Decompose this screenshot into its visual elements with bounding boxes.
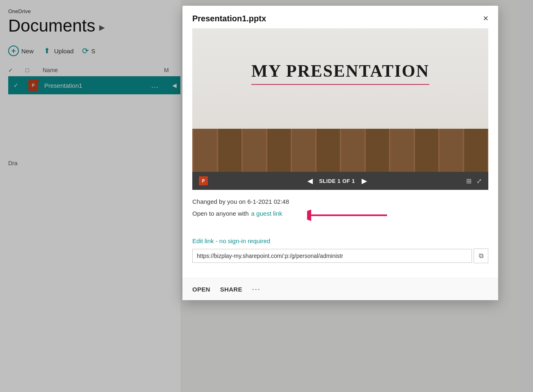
- url-row: ⧉: [192, 248, 488, 263]
- slide-toolbar-center: ◀ SLIDE 1 OF 1 ▶: [308, 177, 367, 185]
- modal-footer: OPEN SHARE ···: [182, 278, 498, 300]
- slide-title: MY PRESENTATION: [251, 61, 429, 85]
- modal-header: Presentation1.pptx ×: [182, 6, 498, 28]
- slide-toolbar-right: ⊞ ⤢: [466, 177, 482, 185]
- slide-preview: MY PRESENTATION: [192, 28, 488, 172]
- slide-preview-container: MY PRESENTATION P ◀ SLIDE 1 OF 1 ▶ ⊞ ⤢: [192, 28, 488, 190]
- slide-view-icon[interactable]: ⊞: [466, 177, 472, 185]
- arrow-container: [192, 219, 488, 236]
- slide-toolbar-left: P: [199, 176, 208, 185]
- copy-icon: ⧉: [479, 252, 483, 260]
- more-actions-button[interactable]: ···: [252, 285, 261, 294]
- next-slide-button[interactable]: ▶: [362, 177, 367, 185]
- modal-info: Changed by you on 6-1-2021 02:48 Open to…: [182, 190, 498, 278]
- arrow-annotation: [307, 207, 389, 223]
- open-button[interactable]: OPEN: [192, 286, 210, 293]
- slide-floor: [192, 129, 488, 172]
- ppt-toolbar-icon: P: [199, 176, 208, 185]
- url-input[interactable]: [192, 249, 472, 263]
- slide-label: SLIDE 1 OF 1: [319, 178, 355, 184]
- slide-fullscreen-icon[interactable]: ⤢: [476, 177, 482, 185]
- share-button[interactable]: SHARE: [220, 286, 242, 293]
- edit-link[interactable]: Edit link - no sign-in required: [192, 237, 488, 244]
- file-preview-modal: Presentation1.pptx × MY PRESENTATION P ◀…: [182, 6, 498, 300]
- slide-toolbar: P ◀ SLIDE 1 OF 1 ▶ ⊞ ⤢: [192, 172, 488, 190]
- prev-slide-button[interactable]: ◀: [308, 177, 313, 185]
- modal-title: Presentation1.pptx: [192, 14, 266, 23]
- changed-by: Changed by you on 6-1-2021 02:48: [192, 198, 488, 205]
- close-button[interactable]: ×: [483, 14, 488, 23]
- sharing-prefix: Open to anyone with: [192, 210, 249, 217]
- guest-link[interactable]: a guest link: [251, 210, 282, 217]
- copy-button[interactable]: ⧉: [474, 248, 488, 263]
